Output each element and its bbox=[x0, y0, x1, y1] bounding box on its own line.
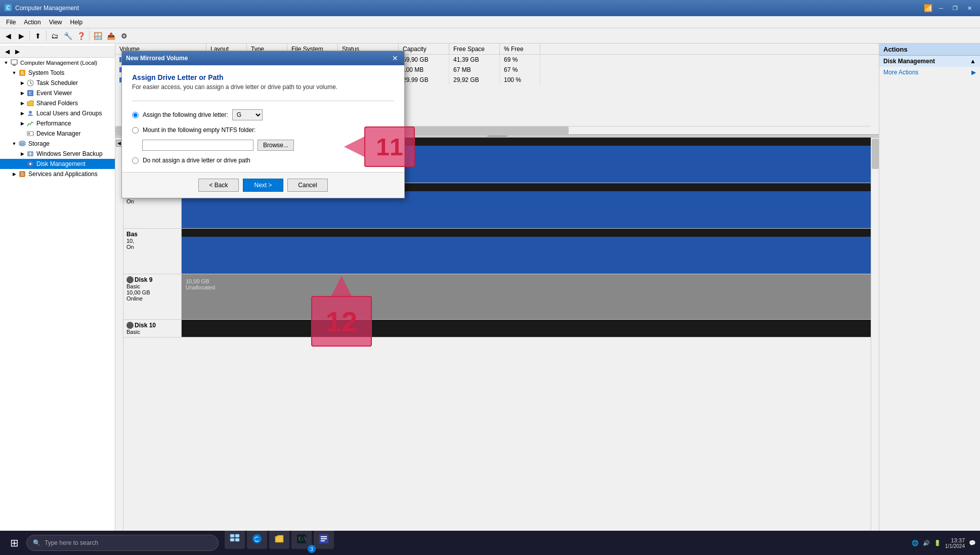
properties-button[interactable]: 🔧 bbox=[62, 30, 74, 42]
expand-task-scheduler-icon: ▶ bbox=[18, 79, 26, 87]
menu-view[interactable]: View bbox=[45, 18, 66, 27]
event-viewer-icon: E bbox=[26, 89, 34, 97]
col-freespace[interactable]: Free Space bbox=[449, 44, 500, 54]
no-letter-radio[interactable] bbox=[132, 157, 139, 164]
vertical-scrollbar[interactable] bbox=[871, 138, 879, 541]
back-button[interactable]: ◀ bbox=[2, 30, 14, 42]
disk9-label: Disk 9 Basic 10,00 GB Online bbox=[123, 274, 182, 319]
drive-assignment-options: Assign the following drive letter: G H I… bbox=[132, 109, 394, 164]
taskbar-search[interactable]: 🔍 Type here to search bbox=[26, 535, 219, 551]
sidebar-item-storage[interactable]: ▼ Storage bbox=[0, 139, 115, 149]
svg-point-16 bbox=[19, 144, 25, 146]
svg-rect-24 bbox=[230, 538, 234, 541]
svg-rect-30 bbox=[321, 536, 327, 537]
folder-path-input[interactable] bbox=[142, 140, 253, 151]
close-button[interactable]: ✕ bbox=[963, 3, 976, 13]
cancel-button[interactable]: Cancel bbox=[287, 179, 328, 192]
sidebar-item-label: Device Manager bbox=[36, 130, 80, 137]
actions-panel: Actions Disk Management ▲ More Actions ▶ bbox=[879, 44, 980, 555]
more-actions-item[interactable]: More Actions ▶ bbox=[879, 67, 980, 78]
title-bar: C Computer Management 📶 ─ ❐ ✕ bbox=[0, 0, 980, 16]
sidebar-item-windows-server-backup[interactable]: ▶ Windows Server Backup bbox=[0, 149, 115, 159]
performance-icon bbox=[26, 119, 34, 127]
dialog-footer: < Back Next > Cancel bbox=[122, 172, 404, 198]
network-icon: 🌐 bbox=[912, 540, 919, 546]
svg-rect-22 bbox=[230, 534, 234, 537]
taskbar-right: 🌐 🔊 🔋 13:37 1/1/2024 💬 bbox=[912, 537, 976, 549]
menu-help[interactable]: Help bbox=[66, 18, 87, 27]
sidebar-nav: ◀ ▶ bbox=[0, 46, 115, 58]
dialog-title-bar: New Mirrored Volume ✕ bbox=[122, 51, 404, 65]
expand-device-manager-icon bbox=[18, 130, 26, 138]
minimize-button[interactable]: ─ bbox=[934, 3, 948, 13]
svg-rect-31 bbox=[321, 538, 327, 539]
sidebar-item-disk-management[interactable]: Disk Management bbox=[0, 159, 115, 169]
sidebar-item-shared-folders[interactable]: ▶ Shared Folders bbox=[0, 98, 115, 108]
sidebar-item-event-viewer[interactable]: ▶ E Event Viewer bbox=[0, 88, 115, 98]
title-bar-title: Computer Management bbox=[15, 5, 79, 12]
sidebar-item-local-users-groups[interactable]: ▶ Local Users and Groups bbox=[0, 108, 115, 118]
sidebar-back-btn[interactable]: ◀ bbox=[2, 47, 12, 57]
sidebar-item-label: Storage bbox=[28, 140, 50, 147]
next-button[interactable]: Next > bbox=[243, 179, 283, 192]
disk9-unalloc[interactable]: 10,00 GB Unallocated bbox=[182, 274, 879, 319]
battery-icon: 🔋 bbox=[934, 540, 941, 546]
svg-rect-32 bbox=[321, 540, 325, 541]
computer-icon bbox=[10, 59, 18, 67]
assign-letter-radio[interactable] bbox=[132, 112, 139, 118]
sidebar-item-device-manager[interactable]: Device Manager bbox=[0, 129, 115, 139]
task-view-button[interactable] bbox=[225, 529, 245, 549]
svg-text:C:\>: C:\> bbox=[299, 536, 307, 541]
system-tools-icon: S bbox=[18, 69, 26, 77]
disk10-partition[interactable] bbox=[182, 320, 879, 337]
show-hide-button[interactable]: 🗂 bbox=[49, 30, 61, 42]
expand-performance-icon: ▶ bbox=[18, 119, 26, 127]
expand-storage-icon: ▼ bbox=[10, 140, 18, 148]
restore-button[interactable]: ❐ bbox=[949, 3, 962, 13]
svg-text:S: S bbox=[21, 172, 24, 177]
edge-button[interactable] bbox=[247, 529, 267, 549]
sidebar-item-services-applications[interactable]: ▶ S Services and Applications bbox=[0, 169, 115, 179]
sidebar-root-label: Computer Management (Local) bbox=[20, 60, 97, 66]
disk-management-section: Disk Management ▲ bbox=[879, 56, 980, 67]
sidebar-item-system-tools[interactable]: ▼ S System Tools bbox=[0, 68, 115, 78]
drive-letter-select[interactable]: G H I bbox=[232, 109, 263, 120]
mount-ntfs-radio[interactable] bbox=[132, 127, 139, 134]
services-icon: S bbox=[18, 170, 26, 178]
sidebar-item-task-scheduler[interactable]: ▶ Task Scheduler bbox=[0, 78, 115, 88]
expand-shared-folders-icon: ▶ bbox=[18, 99, 26, 107]
back-button[interactable]: < Back bbox=[198, 179, 239, 192]
new-mirrored-volume-dialog: New Mirrored Volume ✕ Assign Drive Lette… bbox=[121, 51, 405, 198]
dialog-close-button[interactable]: ✕ bbox=[390, 53, 400, 63]
forward-button[interactable]: ▶ bbox=[15, 30, 27, 42]
time-display: 13:37 1/1/2024 bbox=[945, 537, 965, 549]
svg-text:S: S bbox=[21, 70, 24, 75]
col-percentfree[interactable]: % Free bbox=[500, 44, 540, 54]
dialog-section-desc: For easier access, you can assign a driv… bbox=[132, 83, 394, 91]
menu-file[interactable]: File bbox=[2, 18, 20, 27]
help-button[interactable]: ❓ bbox=[75, 30, 87, 42]
volume-icon: 🔊 bbox=[923, 540, 930, 546]
app5-button[interactable] bbox=[314, 529, 334, 549]
sidebar-root[interactable]: ▼ Computer Management (Local) bbox=[0, 58, 115, 68]
disk10-label: Disk 10 Basic bbox=[123, 320, 182, 337]
explorer-button[interactable] bbox=[269, 529, 289, 549]
sidebar-item-label: Disk Management bbox=[36, 160, 86, 167]
toolbar: ◀ ▶ ⬆ 🗂 🔧 ❓ 🪟 📤 ⚙ bbox=[0, 28, 980, 44]
up-button[interactable]: ⬆ bbox=[32, 30, 44, 42]
configure-button[interactable]: ⚙ bbox=[118, 30, 130, 42]
browse-button[interactable]: Browse... bbox=[258, 140, 294, 151]
new-window-button[interactable]: 🪟 bbox=[92, 30, 104, 42]
expand-local-users-icon: ▶ bbox=[18, 109, 26, 117]
export-button[interactable]: 📤 bbox=[105, 30, 117, 42]
menu-action[interactable]: Action bbox=[20, 18, 45, 27]
sidebar-item-label: Shared Folders bbox=[36, 100, 78, 107]
sidebar-forward-btn[interactable]: ▶ bbox=[12, 47, 22, 57]
start-button[interactable]: ⊞ bbox=[4, 533, 24, 553]
svg-rect-13 bbox=[28, 133, 30, 135]
sidebar-item-performance[interactable]: ▶ Performance bbox=[0, 118, 115, 129]
notification-center-icon[interactable]: 💬 bbox=[969, 540, 976, 546]
col-capacity[interactable]: Capacity bbox=[399, 44, 449, 54]
svg-point-19 bbox=[29, 163, 31, 165]
expand-root-icon: ▼ bbox=[2, 59, 10, 67]
